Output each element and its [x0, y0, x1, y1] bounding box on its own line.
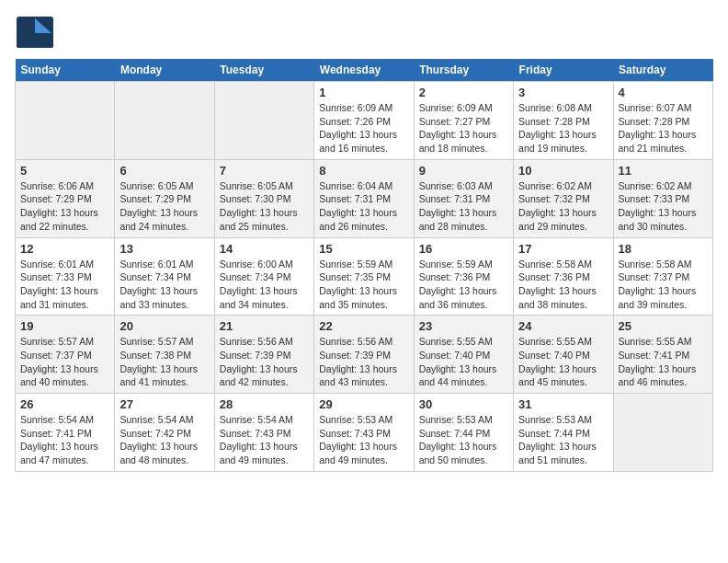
cell-info: Sunrise: 6:01 AM Sunset: 7:34 PM Dayligh…	[119, 258, 209, 312]
calendar-cell	[214, 82, 313, 160]
calendar-cell: 4Sunrise: 6:07 AM Sunset: 7:28 PM Daylig…	[613, 82, 712, 160]
calendar-week-5: 26Sunrise: 5:54 AM Sunset: 7:41 PM Dayli…	[16, 394, 713, 472]
calendar-cell: 12Sunrise: 6:01 AM Sunset: 7:33 PM Dayli…	[16, 237, 115, 316]
cell-info: Sunrise: 6:04 AM Sunset: 7:31 PM Dayligh…	[319, 179, 408, 234]
day-number: 24	[518, 319, 608, 333]
cell-info: Sunrise: 6:05 AM Sunset: 7:30 PM Dayligh…	[220, 179, 309, 234]
header-tuesday: Tuesday	[214, 59, 313, 82]
day-number: 12	[20, 242, 109, 256]
calendar-cell: 20Sunrise: 5:57 AM Sunset: 7:38 PM Dayli…	[115, 316, 214, 394]
header-thursday: Thursday	[414, 59, 513, 82]
day-number: 18	[619, 242, 708, 256]
day-number: 21	[220, 319, 309, 333]
calendar-cell: 23Sunrise: 5:55 AM Sunset: 7:40 PM Dayli…	[414, 316, 513, 394]
day-number: 7	[220, 164, 309, 178]
calendar-cell: 19Sunrise: 5:57 AM Sunset: 7:37 PM Dayli…	[16, 316, 115, 394]
calendar-cell: 3Sunrise: 6:08 AM Sunset: 7:28 PM Daylig…	[514, 82, 613, 160]
day-number: 6	[119, 164, 209, 178]
calendar-cell: 13Sunrise: 6:01 AM Sunset: 7:34 PM Dayli…	[115, 237, 214, 316]
calendar-cell: 2Sunrise: 6:09 AM Sunset: 7:27 PM Daylig…	[414, 82, 513, 160]
cell-info: Sunrise: 5:59 AM Sunset: 7:36 PM Dayligh…	[419, 258, 508, 312]
cell-info: Sunrise: 5:54 AM Sunset: 7:43 PM Dayligh…	[220, 413, 309, 467]
header-friday: Friday	[514, 59, 613, 82]
cell-info: Sunrise: 6:01 AM Sunset: 7:33 PM Dayligh…	[20, 258, 109, 312]
calendar-cell: 30Sunrise: 5:53 AM Sunset: 7:44 PM Dayli…	[414, 394, 513, 472]
day-number: 5	[20, 164, 109, 178]
cell-info: Sunrise: 5:53 AM Sunset: 7:44 PM Dayligh…	[419, 413, 508, 467]
cell-info: Sunrise: 5:59 AM Sunset: 7:35 PM Dayligh…	[319, 258, 408, 312]
day-number: 19	[20, 319, 109, 333]
cell-info: Sunrise: 6:03 AM Sunset: 7:31 PM Dayligh…	[419, 179, 508, 234]
calendar-week-4: 19Sunrise: 5:57 AM Sunset: 7:37 PM Dayli…	[16, 316, 713, 394]
calendar-cell: 6Sunrise: 6:05 AM Sunset: 7:29 PM Daylig…	[115, 159, 214, 237]
cell-info: Sunrise: 5:57 AM Sunset: 7:38 PM Dayligh…	[119, 335, 209, 389]
day-number: 14	[220, 242, 309, 256]
calendar-cell: 16Sunrise: 5:59 AM Sunset: 7:36 PM Dayli…	[414, 237, 513, 316]
header-wednesday: Wednesday	[314, 59, 414, 82]
cell-info: Sunrise: 6:06 AM Sunset: 7:29 PM Dayligh…	[20, 179, 109, 234]
day-number: 16	[419, 242, 508, 256]
calendar-cell: 24Sunrise: 5:55 AM Sunset: 7:40 PM Dayli…	[514, 316, 613, 394]
day-number: 20	[119, 319, 209, 333]
cell-info: Sunrise: 5:56 AM Sunset: 7:39 PM Dayligh…	[319, 335, 408, 389]
day-number: 1	[319, 86, 408, 99]
day-number: 3	[518, 86, 608, 99]
calendar-cell: 21Sunrise: 5:56 AM Sunset: 7:39 PM Dayli…	[214, 316, 313, 394]
header-saturday: Saturday	[613, 59, 712, 82]
day-number: 17	[518, 242, 608, 256]
day-number: 25	[619, 319, 708, 333]
day-number: 15	[319, 242, 408, 256]
calendar-cell: 18Sunrise: 5:58 AM Sunset: 7:37 PM Dayli…	[613, 237, 712, 316]
calendar-cell: 7Sunrise: 6:05 AM Sunset: 7:30 PM Daylig…	[214, 159, 313, 237]
day-number: 22	[319, 319, 408, 333]
day-number: 27	[119, 397, 209, 411]
svg-rect-2	[17, 33, 53, 48]
calendar-cell: 15Sunrise: 5:59 AM Sunset: 7:35 PM Dayli…	[314, 237, 414, 316]
cell-info: Sunrise: 5:58 AM Sunset: 7:36 PM Dayligh…	[518, 258, 608, 312]
calendar-header-row: SundayMondayTuesdayWednesdayThursdayFrid…	[16, 59, 713, 82]
calendar-cell	[115, 82, 214, 160]
header-sunday: Sunday	[16, 59, 115, 82]
day-number: 8	[319, 164, 408, 178]
calendar-cell	[613, 394, 712, 472]
cell-info: Sunrise: 6:08 AM Sunset: 7:28 PM Dayligh…	[518, 101, 608, 155]
cell-info: Sunrise: 6:02 AM Sunset: 7:33 PM Dayligh…	[619, 179, 708, 234]
cell-info: Sunrise: 5:54 AM Sunset: 7:41 PM Dayligh…	[20, 413, 109, 467]
calendar-cell: 1Sunrise: 6:09 AM Sunset: 7:26 PM Daylig…	[314, 82, 414, 160]
day-number: 2	[419, 86, 508, 99]
calendar-cell: 14Sunrise: 6:00 AM Sunset: 7:34 PM Dayli…	[214, 237, 313, 316]
calendar-cell: 22Sunrise: 5:56 AM Sunset: 7:39 PM Dayli…	[314, 316, 414, 394]
day-number: 26	[20, 397, 109, 411]
calendar-week-1: 1Sunrise: 6:09 AM Sunset: 7:26 PM Daylig…	[16, 82, 713, 160]
day-number: 9	[419, 164, 508, 178]
calendar-cell: 9Sunrise: 6:03 AM Sunset: 7:31 PM Daylig…	[414, 159, 513, 237]
cell-info: Sunrise: 5:57 AM Sunset: 7:37 PM Dayligh…	[20, 335, 109, 389]
cell-info: Sunrise: 5:56 AM Sunset: 7:39 PM Dayligh…	[220, 335, 309, 389]
cell-info: Sunrise: 6:05 AM Sunset: 7:29 PM Dayligh…	[119, 179, 209, 234]
logo-icon	[15, 15, 55, 50]
calendar-cell: 25Sunrise: 5:55 AM Sunset: 7:41 PM Dayli…	[613, 316, 712, 394]
calendar-cell: 29Sunrise: 5:53 AM Sunset: 7:43 PM Dayli…	[314, 394, 414, 472]
cell-info: Sunrise: 6:09 AM Sunset: 7:27 PM Dayligh…	[419, 101, 508, 155]
calendar-cell	[16, 82, 115, 160]
cell-info: Sunrise: 6:09 AM Sunset: 7:26 PM Dayligh…	[319, 101, 408, 155]
calendar-cell: 8Sunrise: 6:04 AM Sunset: 7:31 PM Daylig…	[314, 159, 414, 237]
page-header	[15, 15, 713, 50]
cell-info: Sunrise: 5:55 AM Sunset: 7:40 PM Dayligh…	[419, 335, 508, 389]
calendar-cell: 10Sunrise: 6:02 AM Sunset: 7:32 PM Dayli…	[514, 159, 613, 237]
day-number: 11	[619, 164, 708, 178]
logo	[15, 15, 57, 50]
calendar-cell: 5Sunrise: 6:06 AM Sunset: 7:29 PM Daylig…	[16, 159, 115, 237]
day-number: 10	[518, 164, 608, 178]
calendar-cell: 17Sunrise: 5:58 AM Sunset: 7:36 PM Dayli…	[514, 237, 613, 316]
cell-info: Sunrise: 5:55 AM Sunset: 7:41 PM Dayligh…	[619, 335, 708, 389]
cell-info: Sunrise: 5:55 AM Sunset: 7:40 PM Dayligh…	[518, 335, 608, 389]
cell-info: Sunrise: 5:53 AM Sunset: 7:43 PM Dayligh…	[319, 413, 408, 467]
day-number: 30	[419, 397, 508, 411]
calendar-cell: 26Sunrise: 5:54 AM Sunset: 7:41 PM Dayli…	[16, 394, 115, 472]
day-number: 23	[419, 319, 508, 333]
calendar-cell: 31Sunrise: 5:53 AM Sunset: 7:44 PM Dayli…	[514, 394, 613, 472]
calendar-cell: 28Sunrise: 5:54 AM Sunset: 7:43 PM Dayli…	[214, 394, 313, 472]
cell-info: Sunrise: 6:00 AM Sunset: 7:34 PM Dayligh…	[220, 258, 309, 312]
cell-info: Sunrise: 5:53 AM Sunset: 7:44 PM Dayligh…	[518, 413, 608, 467]
